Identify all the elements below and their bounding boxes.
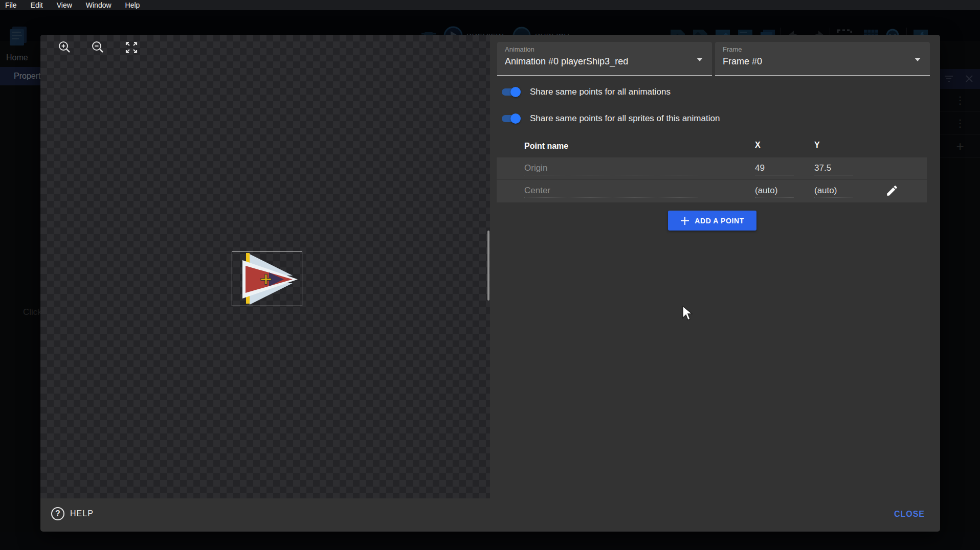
sprite-preview-canvas[interactable]: [40, 35, 490, 498]
menu-bar: File Edit View Window Help: [0, 0, 980, 10]
table-header: Point name X Y: [497, 135, 927, 157]
table-row-center: Center (auto) (auto): [497, 180, 927, 202]
point-x-field[interactable]: 49: [755, 163, 794, 175]
share-points-all-sprites-toggle[interactable]: [500, 113, 521, 124]
edit-points-dialog: Animation Animation #0 playerShip3_red F…: [40, 35, 940, 532]
share-points-all-animations-toggle[interactable]: [500, 86, 521, 98]
point-name-field: Origin: [524, 163, 698, 175]
plus-icon: [680, 216, 689, 225]
chevron-down-icon: [915, 58, 921, 61]
player-ship-sprite: [232, 252, 303, 307]
point-x-field[interactable]: (auto): [755, 186, 794, 198]
sprite-selection-box[interactable]: [232, 251, 302, 306]
fit-to-screen-icon[interactable]: [124, 40, 139, 55]
frame-select[interactable]: Frame Frame #0: [715, 42, 930, 76]
dialog-footer: ? HELP CLOSE: [40, 498, 940, 532]
menu-file[interactable]: File: [5, 1, 17, 9]
mouse-cursor: [682, 306, 693, 324]
menu-help[interactable]: Help: [125, 1, 140, 9]
menu-view[interactable]: View: [57, 1, 72, 9]
points-panel: Animation Animation #0 playerShip3_red F…: [490, 35, 940, 498]
points-table: Point name X Y Origin 49 37.5 Center (au…: [497, 135, 927, 202]
close-button[interactable]: CLOSE: [894, 510, 925, 519]
menu-edit[interactable]: Edit: [31, 1, 43, 9]
point-y-field[interactable]: (auto): [814, 186, 853, 198]
point-name-field: Center: [524, 186, 698, 198]
animation-select[interactable]: Animation Animation #0 playerShip3_red: [497, 42, 712, 76]
table-row-origin: Origin 49 37.5: [497, 157, 927, 180]
add-point-button[interactable]: ADD A POINT: [668, 211, 756, 231]
edit-pencil-icon[interactable]: [885, 184, 899, 197]
zoom-out-icon[interactable]: [90, 40, 105, 55]
canvas-vertical-scrollbar[interactable]: [487, 231, 489, 301]
point-y-field[interactable]: 37.5: [814, 163, 853, 175]
zoom-in-icon[interactable]: [57, 40, 72, 55]
menu-window[interactable]: Window: [86, 1, 112, 9]
help-icon: ?: [51, 507, 64, 520]
chevron-down-icon: [697, 58, 703, 61]
help-button[interactable]: ? HELP: [51, 507, 94, 520]
